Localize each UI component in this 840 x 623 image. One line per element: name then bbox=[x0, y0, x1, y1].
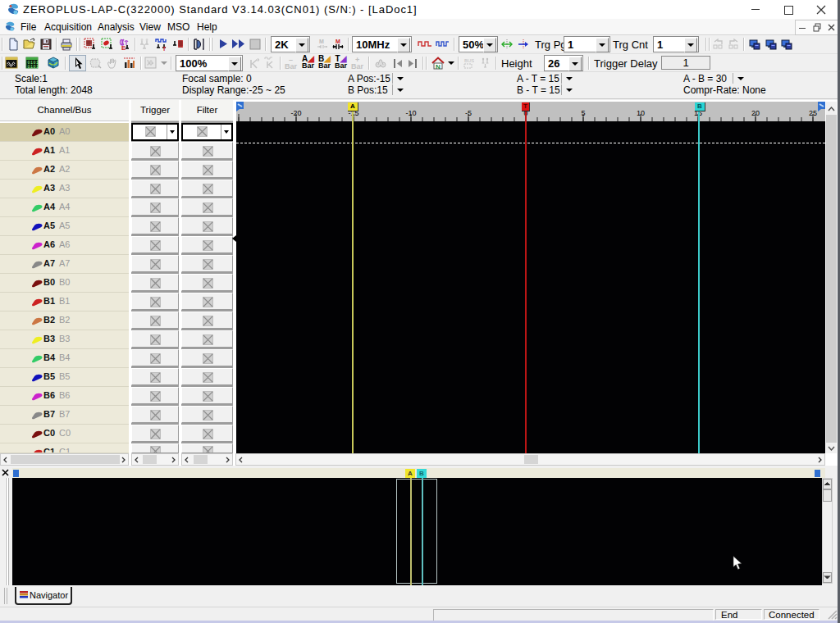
svg-text:25: 25 bbox=[809, 109, 817, 117]
svg-text:BUS: BUS bbox=[464, 58, 474, 63]
svg-text:M: M bbox=[319, 39, 324, 44]
svg-text:M: M bbox=[336, 39, 340, 44]
svg-text:-10: -10 bbox=[405, 109, 416, 117]
svg-text:E: E bbox=[121, 44, 126, 51]
svg-text:0101: 0101 bbox=[28, 65, 39, 70]
svg-text:T: T bbox=[162, 46, 167, 51]
svg-text:20: 20 bbox=[751, 109, 760, 117]
svg-text:5: 5 bbox=[581, 109, 585, 117]
svg-text:-5: -5 bbox=[465, 109, 472, 117]
svg-text:N: N bbox=[436, 63, 441, 70]
svg-text:10: 10 bbox=[637, 109, 645, 117]
svg-text:-20: -20 bbox=[290, 109, 301, 117]
